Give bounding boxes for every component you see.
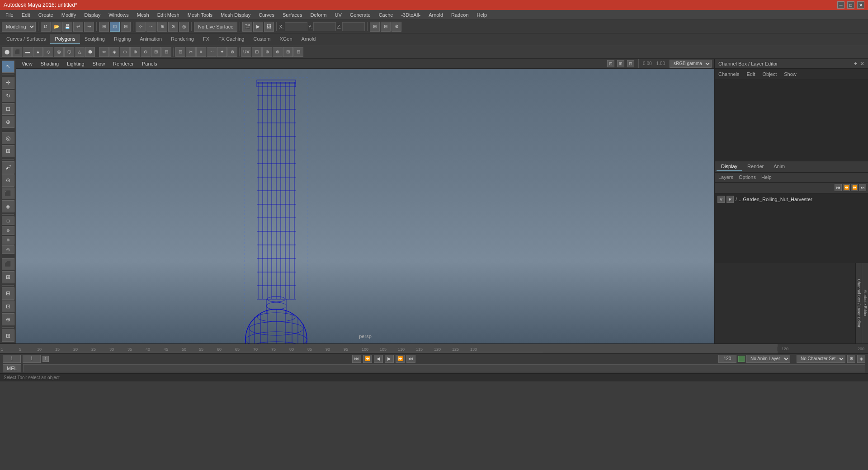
tab-arnold[interactable]: Arnold	[297, 34, 321, 44]
spherical-map-button[interactable]: ⊕	[273, 47, 283, 57]
mel-input[interactable]	[23, 364, 865, 372]
plugin-button-2[interactable]: ⊡	[2, 301, 14, 313]
menu-create[interactable]: Create	[35, 11, 57, 19]
extrude-button[interactable]: ⊕	[130, 47, 140, 57]
redo-button[interactable]: ↪	[84, 22, 94, 32]
paint-vertex-button[interactable]: ⬛	[2, 188, 14, 200]
layout-button[interactable]: ⊟	[293, 47, 303, 57]
prev-frame-button[interactable]: ⏪	[363, 355, 372, 363]
lasso-select-button[interactable]: ⊟	[121, 22, 131, 32]
move-tool-button[interactable]: ✛	[2, 77, 14, 89]
menu-radeon[interactable]: Radeon	[448, 11, 472, 19]
tab-render[interactable]: Render	[743, 162, 768, 171]
detach-button[interactable]: ⊗	[227, 47, 237, 57]
tab-edit[interactable]: Edit	[745, 70, 757, 78]
tab-channels[interactable]: Channels	[717, 70, 741, 78]
rotate-tool-button[interactable]: ↻	[2, 90, 14, 102]
menu-edit-mesh[interactable]: Edit Mesh	[154, 11, 183, 19]
tab-rendering[interactable]: Rendering	[166, 34, 198, 44]
plugin-button-3[interactable]: ⊕	[2, 313, 14, 325]
panel-close-button[interactable]: ✕	[860, 61, 864, 67]
snap-to-grid-button[interactable]: ⊹	[136, 22, 146, 32]
frame-start-input[interactable]	[3, 355, 21, 363]
maximize-button[interactable]: □	[847, 1, 854, 9]
menu-mesh[interactable]: Mesh	[133, 11, 153, 19]
menu-deform[interactable]: Deform	[307, 11, 330, 19]
paint-skin-weights-button[interactable]: 🖌	[2, 161, 14, 174]
snap-to-curve-button[interactable]: ⋯	[146, 22, 156, 32]
uv-editor-button[interactable]: UV	[241, 47, 251, 57]
layer-next-next-button[interactable]: ⏭	[859, 184, 866, 191]
crease-tool-button[interactable]: ◈	[2, 200, 14, 212]
tab-display[interactable]: Display	[717, 162, 742, 171]
layer-prev-button[interactable]: ⏪	[843, 184, 850, 191]
soft-select-button[interactable]: ◎	[2, 132, 14, 144]
panel-expand-button[interactable]: +	[854, 61, 857, 67]
merge-button[interactable]: ⊞	[151, 47, 161, 57]
universal-manip-button[interactable]: ⊕	[2, 116, 14, 128]
slide-edge-button[interactable]: ⋯	[207, 47, 217, 57]
tab-custom[interactable]: Custom	[249, 34, 275, 44]
create-poly-cylinder-button[interactable]: ▬	[23, 47, 33, 57]
tab-anim[interactable]: Anim	[769, 162, 789, 171]
workspace-selector[interactable]: Modeling	[2, 22, 36, 32]
resolution-gate-button[interactable]: ⊞	[617, 60, 624, 67]
menu-display[interactable]: Display	[80, 11, 104, 19]
select-by-hierarchy-button[interactable]: ⊞	[99, 22, 109, 32]
tab-curves-surfaces[interactable]: Curves / Surfaces	[2, 34, 50, 44]
create-poly-prism-button[interactable]: ⬡	[64, 47, 74, 57]
mirror-button[interactable]: ⇔	[99, 47, 109, 57]
insert-edge-loop-button[interactable]: ⊡	[175, 47, 185, 57]
undo-button[interactable]: ↩	[73, 22, 83, 32]
snap-grid-button[interactable]: ⊡	[2, 216, 14, 225]
vp-panels-menu[interactable]: Panels	[139, 60, 160, 67]
y-input[interactable]	[313, 22, 336, 31]
layer-item[interactable]: V P / ...Garden_Rolling_Nut_Harvester	[716, 194, 867, 204]
camera-settings-button[interactable]: ⊡	[607, 60, 614, 67]
play-back-button[interactable]: ◀	[374, 355, 383, 363]
tab-show[interactable]: Show	[782, 70, 798, 78]
layers-menu-help[interactable]: Help	[761, 174, 772, 180]
menu-mesh-display[interactable]: Mesh Display	[217, 11, 254, 19]
render-region-button[interactable]: ⬛	[2, 258, 14, 270]
no-live-surface-button[interactable]: No Live Surface	[194, 22, 237, 32]
vp-view-menu[interactable]: View	[19, 60, 35, 67]
menu-3dtoall[interactable]: -3DtoAll-	[397, 11, 424, 19]
next-frame-button[interactable]: ⏩	[396, 355, 405, 363]
create-poly-plane-button[interactable]: ◇	[43, 47, 53, 57]
ui-elements-button[interactable]: ⊟	[381, 22, 391, 32]
frame-end-input[interactable]	[718, 355, 736, 363]
tab-xgen[interactable]: XGen	[275, 34, 297, 44]
goto-end-button[interactable]: ⏭	[406, 355, 415, 363]
save-scene-button[interactable]: 💾	[62, 22, 72, 32]
timeline-track[interactable]: 1 5 10 15 20 25 30 35 40 45 50 55 60 65 …	[0, 344, 778, 354]
mel-label[interactable]: MEL	[3, 364, 21, 372]
cylindrical-map-button[interactable]: ⊛	[262, 47, 272, 57]
display-options-button[interactable]: ⊞	[370, 22, 380, 32]
character-set-select[interactable]: No Character Set	[797, 355, 845, 363]
layer-next-button[interactable]: ⏩	[851, 184, 858, 191]
planar-map-button[interactable]: ⊡	[252, 47, 262, 57]
sculpt-button[interactable]: ⊙	[2, 174, 14, 187]
attribute-editor-tab[interactable]: Attribute Editor	[863, 290, 868, 317]
vp-renderer-menu[interactable]: Renderer	[110, 60, 137, 67]
smooth-button[interactable]: ⊟	[161, 47, 171, 57]
snap-to-surface-button[interactable]: ◎	[179, 22, 189, 32]
menu-file[interactable]: File	[2, 11, 17, 19]
multi-cut-button[interactable]: ✂	[186, 47, 196, 57]
layers-menu-layers[interactable]: Layers	[718, 174, 733, 180]
select-button[interactable]: ⊡	[110, 22, 120, 32]
menu-surfaces[interactable]: Surfaces	[279, 11, 306, 19]
tab-object[interactable]: Object	[760, 70, 778, 78]
crease-set-button[interactable]: ⊞	[2, 271, 14, 283]
menu-arnold[interactable]: Arnold	[425, 11, 447, 19]
grid-button[interactable]: ⊟	[627, 60, 634, 67]
layer-visibility-button[interactable]: V	[717, 196, 725, 203]
connect-button[interactable]: ✦	[217, 47, 227, 57]
tab-rigging[interactable]: Rigging	[109, 34, 135, 44]
create-poly-sphere-button[interactable]: ⬤	[2, 47, 12, 57]
scale-tool-button[interactable]: ⊡	[2, 103, 14, 115]
anim-layer-select[interactable]: No Anim Layer	[746, 355, 790, 363]
snap-surface-button[interactable]: ◎	[2, 245, 14, 254]
channel-box-layer-editor-tab[interactable]: Channel Box / Layer Editor	[857, 279, 861, 328]
